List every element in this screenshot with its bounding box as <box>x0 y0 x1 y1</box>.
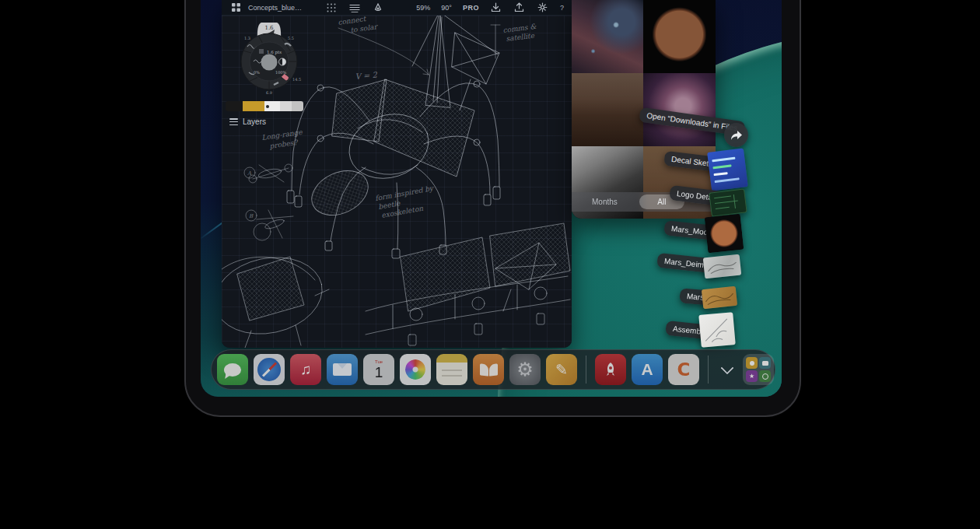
svg-text:probes?: probes? <box>268 138 299 150</box>
document-title[interactable]: Concepts_blue… <box>248 4 302 12</box>
app-home-icon[interactable] <box>229 2 242 14</box>
drag-thumb-green-logo[interactable] <box>709 188 747 216</box>
appstore-a-icon: A <box>641 360 653 379</box>
ipad-screen: Concepts_blue… 59% 90° PRO <box>201 0 782 397</box>
color-puck[interactable] <box>261 54 278 71</box>
open-book-icon <box>480 364 497 376</box>
segment-months[interactable]: Months <box>592 198 618 206</box>
open-in-files-icon[interactable] <box>724 123 748 147</box>
star-mini-icon: ★ <box>746 370 758 382</box>
horsehead-nebula-photo[interactable] <box>572 0 643 73</box>
mars-landscape-photo[interactable] <box>572 73 643 146</box>
svg-text:form inspired by: form inspired by <box>375 184 436 202</box>
c-app-icon[interactable]: C <box>668 354 699 385</box>
compass-icon <box>257 358 281 381</box>
dock-divider <box>586 356 586 384</box>
svg-text:to solar: to solar <box>350 23 379 34</box>
settings-gear-icon[interactable] <box>537 2 549 14</box>
svg-text:A: A <box>247 170 252 177</box>
export-share-icon[interactable] <box>513 2 526 14</box>
music-note-icon: ♫ <box>300 361 311 378</box>
note-line <box>442 370 462 371</box>
swatch-gold[interactable] <box>243 101 264 111</box>
swatch-lightgray[interactable] <box>280 101 292 111</box>
concepts-titlebar: Concepts_blue… 59% 90° PRO <box>222 0 572 16</box>
drag-thumb-mars-globe[interactable] <box>705 214 744 254</box>
tips-mini-icon <box>746 357 758 369</box>
svg-text:100%: 100% <box>275 70 287 75</box>
drag-thumb-white-sketch[interactable] <box>698 312 735 348</box>
flower-icon <box>405 359 425 380</box>
calendar-day: 1 <box>375 365 383 380</box>
color-palette-bar[interactable] <box>226 101 303 111</box>
settings-app-icon[interactable]: ⚙ <box>509 354 541 385</box>
swatch-black[interactable] <box>226 101 243 111</box>
concepts-app-window: Concepts_blue… 59% 90° PRO <box>222 0 572 348</box>
svg-text:V = 2: V = 2 <box>355 71 378 81</box>
svg-text:5.5: 5.5 <box>288 36 294 40</box>
music-app-icon[interactable]: ♫ <box>290 354 321 385</box>
zoom-level[interactable]: 59% <box>416 4 430 12</box>
brush-wheel[interactable]: 1.6 1.3 5.5 14.5 6.9 <box>233 19 305 96</box>
canvas-rotation[interactable]: 90° <box>441 4 452 12</box>
pen-icon: ✎ <box>555 361 568 378</box>
concepts-app-icon[interactable]: ✎ <box>546 354 577 385</box>
appstore-app-icon[interactable]: A <box>632 354 663 385</box>
drag-thumb-tan-sketch[interactable] <box>702 286 737 309</box>
layers-label: Layers <box>243 117 266 126</box>
svg-text:B: B <box>249 213 254 219</box>
svg-text:1.6: 1.6 <box>264 25 274 31</box>
dock: ♫ Tue 1 ⚙ ✎ A C ★ <box>211 349 775 390</box>
svg-text:1.3: 1.3 <box>244 36 250 40</box>
pen-tool-icon[interactable] <box>372 2 384 14</box>
layers-panel-icon[interactable] <box>348 2 361 14</box>
photos-app-icon[interactable] <box>400 354 431 385</box>
camera-mini-icon <box>759 357 771 369</box>
layers-icon <box>229 118 238 125</box>
layers-button[interactable]: Layers <box>229 117 266 126</box>
books-app-icon[interactable] <box>473 354 504 385</box>
mars-globe-photo[interactable] <box>643 0 716 73</box>
c-letter-icon: C <box>677 359 691 380</box>
help-icon[interactable]: ? <box>560 4 564 12</box>
mail-app-icon[interactable] <box>327 354 358 385</box>
dock-divider <box>708 356 709 384</box>
gear-icon: ⚙ <box>516 359 534 380</box>
spider-rover-sketch <box>287 16 500 258</box>
selected-swatch-dot <box>266 105 269 108</box>
precision-grid-icon[interactable] <box>325 2 338 14</box>
import-icon[interactable] <box>490 2 502 14</box>
rocket-app-icon[interactable] <box>595 354 626 385</box>
drag-thumb-gray-sketch[interactable] <box>703 254 742 279</box>
drag-thumb-blue-decal[interactable] <box>707 148 748 191</box>
envelope-icon <box>333 363 352 376</box>
safari-app-icon[interactable] <box>254 354 285 385</box>
clock-mini-icon <box>759 370 771 382</box>
pod-sketch <box>222 247 329 348</box>
svg-text:Long-range: Long-range <box>261 128 303 142</box>
speech-bubble-icon <box>224 363 241 377</box>
swatch-gray[interactable] <box>292 101 303 111</box>
svg-text:6.9: 6.9 <box>266 90 272 95</box>
rocket-icon <box>602 361 619 378</box>
messages-app-icon[interactable] <box>217 354 248 385</box>
calendar-app-icon[interactable]: Tue 1 <box>363 354 394 385</box>
dock-chevron-button[interactable] <box>717 354 737 385</box>
app-library-icon[interactable]: ★ <box>743 354 774 385</box>
svg-text:14.5: 14.5 <box>292 77 301 82</box>
ground-module-sketch <box>366 223 570 345</box>
notes-app-icon[interactable] <box>436 354 467 385</box>
pro-badge[interactable]: PRO <box>463 4 479 12</box>
chevron-down-icon <box>721 361 734 374</box>
svg-text:0%: 0% <box>254 70 260 75</box>
note-line <box>442 375 462 377</box>
